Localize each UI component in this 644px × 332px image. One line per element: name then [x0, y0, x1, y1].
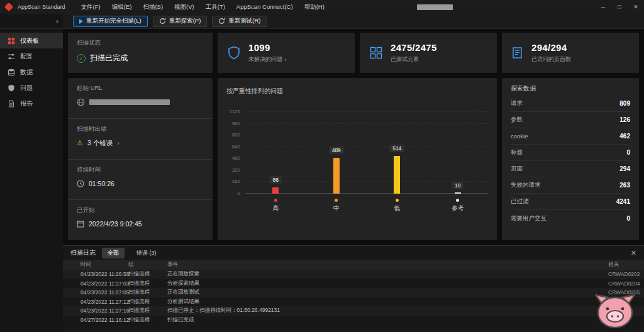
issues-by-severity-card: 按严重性排列的问题 01603204806408009601120 864895… [218, 78, 497, 240]
severity-dot-icon [396, 199, 399, 202]
severity-dot-icon [274, 199, 277, 202]
calendar-icon [77, 220, 84, 228]
severity-dot-icon [456, 199, 459, 202]
close-button[interactable]: ✕ [628, 0, 644, 14]
menubar: 文件(F)编辑(E)扫描(S)视图(V)工具(T)AppScan Connect… [75, 0, 330, 14]
scan-errors-link[interactable]: ⚠ 3 个错误 › [77, 139, 204, 148]
duration-value: 01:50:26 [89, 180, 114, 187]
chart-title: 按严重性排列的问题 [226, 87, 488, 96]
chart-x-category: 参考 [428, 199, 489, 213]
log-cell-time: 04/23/2022 11:27:16 [63, 307, 128, 314]
sidebar-item-data[interactable]: 数据 [0, 64, 63, 80]
sidebar-item-config[interactable]: 配置 [0, 48, 63, 64]
close-log-panel-icon[interactable]: ✕ [631, 249, 636, 257]
log-cell-related: CRWAD0204 [608, 280, 644, 287]
toolbar: ‹ 重新开始完全扫描(L) 重新探索(P) 重新测试(R) [0, 14, 644, 29]
scan-details-card: 起始 URL 扫描时出错 ⚠ 3 个错误 › 持续时间 01:50: [68, 78, 213, 240]
chart-ytick-label: 1120 [230, 109, 240, 114]
started-value: 2022/4/23 9:02:45 [89, 220, 142, 228]
duration-label: 持续时间 [77, 166, 204, 174]
sidebar-collapse-button[interactable]: ‹ [56, 18, 58, 25]
explore-data-row: 页面294 [511, 161, 630, 177]
log-row[interactable]: 04/23/2022 11:27:16扫描流程扫描已停止：扫描持续时间：01:5… [63, 306, 644, 316]
pig-sticker-image [591, 292, 639, 329]
explore-row-value: 809 [619, 100, 630, 107]
retest-button[interactable]: 重新测试(R) [212, 16, 267, 27]
log-cell-event: 扫描已完成 [167, 316, 608, 324]
log-cell-time: 04/23/2022 11:27:03 [63, 280, 128, 287]
reexplore-button[interactable]: 重新探索(P) [153, 16, 208, 27]
started-label: 已开始 [77, 206, 204, 214]
log-row[interactable]: 04/27/2022 11:16:12扫描流程扫描已完成 [63, 316, 644, 325]
chart-category-label: 中 [333, 204, 340, 213]
sidebar-item-report[interactable]: 报告 [0, 96, 63, 111]
log-row[interactable]: 04/23/2022 11:26:56扫描流程正在回放探索CRWAD0202 [63, 270, 644, 279]
chart-x-category: 中 [306, 199, 367, 213]
log-column-time: 时间 [63, 261, 128, 268]
log-row[interactable]: 04/23/2022 11:27:05扫描流程正在回放测试CRWAD0205 [63, 288, 644, 297]
sidebar-item-label: 报告 [20, 99, 33, 108]
chart-bar-参考[interactable] [455, 192, 461, 194]
chart-bar-column: 10 [428, 112, 489, 194]
check-glyph: ✓ [79, 55, 84, 62]
chart-bar-中[interactable] [333, 158, 340, 194]
menubar-item[interactable]: AppScan Connect(C) [231, 0, 299, 14]
menubar-item[interactable]: 编辑(E) [106, 0, 138, 14]
pages-count: 294/294 [531, 42, 571, 53]
tested-elements-card[interactable]: 2475/2475 已测试元素 [360, 33, 497, 73]
issues-count: 1099 [248, 42, 287, 53]
explore-data-row: 失败的请求263 [511, 177, 630, 194]
tested-count: 2475/2475 [391, 42, 437, 53]
menubar-item[interactable]: 文件(F) [75, 0, 106, 14]
chart-bar-column: 86 [245, 112, 306, 194]
explore-row-label: 参数 [511, 116, 523, 124]
visited-pages-card[interactable]: 294/294 已访问的页面数 [502, 33, 639, 73]
log-cell-group: 扫描流程 [128, 289, 167, 296]
chart-value-label: 10 [452, 182, 464, 189]
menubar-item[interactable]: 视图(V) [169, 0, 200, 14]
sidebar-item-dashboard[interactable]: 仪表板 [0, 33, 63, 48]
scan-status-value: 扫描已完成 [90, 53, 128, 64]
log-cell-event: 正在回放探索 [167, 270, 608, 278]
sidebar-item-label: 配置 [20, 52, 33, 61]
sidebar: 仪表板配置数据问题报告 [0, 29, 63, 332]
chart-ytick-label: 960 [232, 121, 240, 126]
menubar-item[interactable]: 扫描(S) [137, 0, 169, 14]
log-row[interactable]: 04/23/2022 11:27:12扫描流程分析测试结果 [63, 297, 644, 307]
chart-x-category: 高 [245, 199, 306, 213]
minimize-button[interactable]: ─ [595, 0, 611, 14]
chart-category-label: 低 [394, 204, 401, 213]
tab-all[interactable]: 全部 [102, 248, 125, 258]
maximize-button[interactable]: □ [611, 0, 628, 14]
log-cell-event: 扫描已停止：扫描持续时间：01:50:26.4992131 [167, 307, 608, 314]
menubar-item[interactable]: 帮助(H) [299, 0, 330, 14]
restart-full-scan-button[interactable]: 重新开始完全扫描(L) [73, 16, 148, 27]
log-row[interactable]: 04/23/2022 11:27:03扫描流程分析探索结果CRWAD0204 [63, 279, 644, 289]
report-icon [8, 100, 15, 108]
explore-row-label: cookie [511, 133, 528, 140]
explore-row-label: 页面 [511, 165, 523, 173]
explore-data-row: 需要用户交互0 [511, 210, 630, 226]
chart-bar-低[interactable] [394, 156, 400, 194]
log-cell-event: 正在回放测试 [167, 289, 608, 296]
chart-bar-高[interactable] [272, 187, 279, 194]
log-cell-group: 扫描流程 [128, 316, 167, 324]
sidebar-item-label: 问题 [20, 84, 33, 92]
errors-count: 3 个错误 [87, 139, 113, 148]
log-rows: 04/23/2022 11:26:56扫描流程正在回放探索CRWAD020204… [63, 270, 644, 324]
issues-icon [8, 84, 15, 92]
menubar-item[interactable]: 工具(T) [200, 0, 231, 14]
chart-ytick-label: 640 [232, 144, 240, 150]
scan-errors-label: 扫描时出错 [77, 125, 204, 133]
tab-errors[interactable]: 错误 (3) [131, 248, 162, 258]
chart-category-label: 高 [273, 204, 279, 213]
redacted-start-url [89, 99, 170, 105]
config-icon [8, 53, 15, 60]
sidebar-item-issues[interactable]: 问题 [0, 80, 63, 96]
log-table-header: 时间 组 事件 相关 [63, 260, 644, 270]
scan-status-title: 扫描状态 [77, 39, 204, 47]
scan-log-panel: 扫描日志 全部 错误 (3) ✕ 时间 组 事件 相关 04/23/2022 1… [63, 245, 644, 332]
log-column-related: 相关 [608, 261, 644, 268]
explore-row-label: 请求 [511, 99, 523, 108]
unresolved-issues-card[interactable]: 1099 未解决的问题 › [218, 33, 355, 73]
